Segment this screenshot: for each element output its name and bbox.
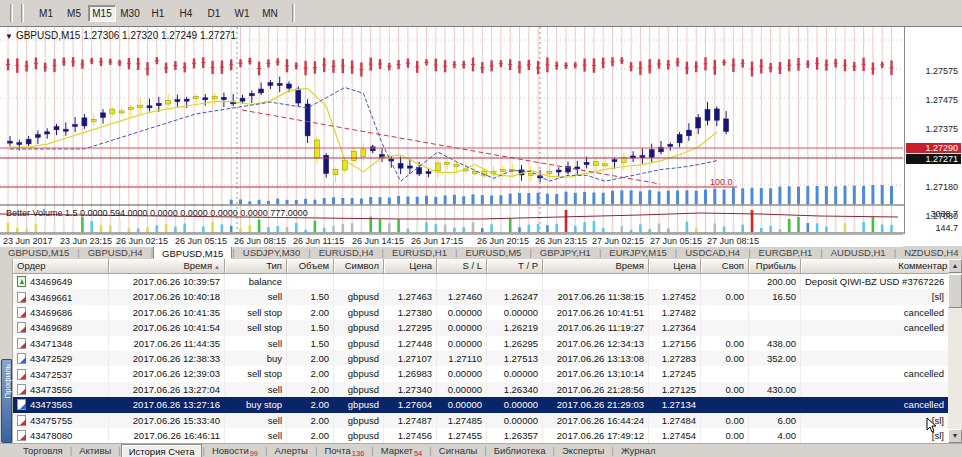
cell-symbol: gbpusd (334, 397, 384, 412)
history-row[interactable]: 434725372017.06.26 12:39:03sell stop2.00… (13, 366, 948, 381)
cell-swap (701, 320, 749, 335)
buy-order-icon (17, 353, 26, 364)
cell-swap: 0.00 (701, 382, 749, 397)
column-header-price[interactable]: Цена (384, 259, 437, 274)
cell-symbol: gbpusd (334, 382, 384, 397)
chart-tab-eurusd-h4[interactable]: EURUSD,H4 (311, 246, 382, 259)
scroll-down-icon[interactable]: ▼ (948, 429, 962, 443)
cell-open_price: 1.27295 (384, 320, 437, 335)
cell-volume (287, 274, 334, 289)
column-header-comment[interactable]: Комментарий (801, 259, 962, 274)
tab-маркет[interactable]: Маркет54 (374, 444, 430, 457)
history-row[interactable]: 434735562017.06.26 13:27:04sell2.00gbpus… (13, 382, 948, 397)
column-header-sym[interactable]: Символ (334, 259, 384, 274)
bid-price-label: 1.27271 (906, 154, 961, 164)
history-table-body: 434696492017.06.26 10:39:57balance200.00… (13, 274, 948, 443)
sell-order-icon (17, 384, 26, 395)
history-row[interactable]: 434757552017.06.26 15:33:40sell2.00gbpus… (13, 413, 948, 428)
chart-tab-eurusd-m5[interactable]: EURUSD,M5 (457, 246, 529, 259)
tab-почта[interactable]: Почта136 (317, 444, 371, 457)
chart-tab-gbpusd-m15[interactable]: GBPUSD,M15 (153, 246, 232, 259)
column-header-type[interactable]: Тип (225, 259, 287, 274)
chart-tab-eurjpy-m15[interactable]: EURJPY,M15 (601, 246, 674, 259)
column-header-swap[interactable]: Своп (701, 259, 749, 274)
chart-tab-usdjpy-m30[interactable]: USDJPY,M30 (235, 246, 308, 259)
tab-журнал[interactable]: Журнал (614, 444, 663, 457)
cell-volume: 2.00 (287, 413, 334, 428)
timeframe-button-d1[interactable]: D1 (200, 5, 228, 22)
timeframe-button-m5[interactable]: M5 (60, 5, 88, 22)
tab-история-счета[interactable]: История Счета (121, 444, 203, 457)
chart-tab-nzdusd-h4[interactable]: NZDUSD,H4 (896, 246, 962, 259)
tab-алерты[interactable]: Алерты (268, 444, 315, 457)
cell-close_price: 1.27156 (649, 336, 701, 351)
timeframe-button-mn[interactable]: MN (256, 5, 284, 22)
chart-tab-gbpjpy-h1[interactable]: GBPJPY,H1 (532, 246, 599, 259)
cell-profit (749, 397, 801, 412)
history-row[interactable]: 434725292017.06.26 12:38:33buy2.00gbpusd… (13, 351, 948, 366)
chart-tab-audusd-h1[interactable]: AUDUSD,H1 (823, 246, 894, 259)
table-scrollbar[interactable]: ▲ ▼ (948, 259, 962, 443)
timeframe-button-m1[interactable]: M1 (32, 5, 60, 22)
tab-сигналы[interactable]: Сигналы (432, 444, 485, 457)
tab-библиотека[interactable]: Библиотека (487, 444, 553, 457)
terminal-tab-bar: Торговля|Активы|История Счета|Новости99|… (0, 443, 962, 457)
timeframe-button-m15[interactable]: M15 (88, 5, 116, 22)
column-header-order[interactable]: Ордер (13, 259, 109, 274)
cell-symbol: gbpusd (334, 320, 384, 335)
cell-type: buy stop (225, 397, 287, 412)
price-axis-label: 1.27375 (925, 124, 958, 134)
sell-order-icon (17, 322, 26, 333)
chart-tab-usdcad-h4[interactable]: USDCAD,H4 (677, 246, 748, 259)
column-header-sl[interactable]: S / L (437, 259, 487, 274)
cell-swap: 0.00 (701, 289, 749, 304)
cell-sl: 1.27460 (437, 289, 487, 304)
cell-tp: 0.00000 (487, 366, 543, 381)
cell-open_time: 2017.06.26 10:39:57 (109, 274, 225, 289)
price-chart[interactable]: ▼GBPUSD,M15 1.27306 1.27320 1.27249 1.27… (0, 26, 962, 246)
cell-close_time: 2017.06.26 21:28:56 (543, 382, 649, 397)
history-row[interactable]: 434780802017.06.26 16:46:11sell2.00gbpus… (13, 428, 948, 443)
scroll-up-icon[interactable]: ▲ (948, 259, 962, 273)
cell-order: 43469686 (13, 305, 109, 320)
time-axis[interactable]: 23 Jun 201723 Jun 23:1526 Jun 02:1526 Ju… (0, 234, 903, 247)
tab-эксперты[interactable]: Эксперты (555, 444, 612, 457)
column-header-cprice[interactable]: Цена (649, 259, 701, 274)
chart-tab-gbpusd-m15[interactable]: GBPUSD,M15 (0, 246, 77, 259)
cell-volume: 1.50 (287, 320, 334, 335)
cell-close_price: 1.27484 (649, 413, 701, 428)
cell-order: 43478080 (13, 428, 109, 443)
cell-order: 43472529 (13, 351, 109, 366)
chart-tab-eurusd-h1[interactable]: EURUSD,H1 (384, 246, 455, 259)
chart-menu-arrow-icon[interactable]: ▼ (5, 32, 13, 41)
history-row[interactable]: 434696612017.06.26 10:40:18sell1.50gbpus… (13, 289, 948, 304)
column-header-vol[interactable]: Объем (287, 259, 334, 274)
timeframe-button-w1[interactable]: W1 (228, 5, 256, 22)
column-header-tp[interactable]: T / P (487, 259, 543, 274)
tab-новости[interactable]: Новости99 (205, 444, 265, 457)
price-axis[interactable]: 1.27290 1.27271 1.275751.274751.273751.2… (904, 27, 962, 234)
column-header-profit[interactable]: Прибыль (749, 259, 801, 274)
cell-open_price (384, 274, 437, 289)
history-row[interactable]: 434713482017.06.26 11:44:35sell1.50gbpus… (13, 336, 948, 351)
column-header-ctime[interactable]: Время (543, 259, 649, 274)
history-row[interactable]: 434696892017.06.26 10:41:54sell stop1.50… (13, 320, 948, 335)
tab-badge: 136 (352, 449, 365, 457)
history-row[interactable]: 434735632017.06.26 13:27:16buy stop2.00g… (13, 397, 948, 412)
profile-side-tab[interactable]: Профиль (1, 359, 12, 443)
cell-tp (487, 274, 543, 289)
tab-торговля[interactable]: Торговля (16, 444, 70, 457)
scrollbar-thumb[interactable] (948, 274, 962, 308)
chart-tab-gbpusd-h4[interactable]: GBPUSD,H4 (80, 246, 151, 259)
timeframe-button-h4[interactable]: H4 (172, 5, 200, 22)
timeframe-button-m30[interactable]: M30 (116, 5, 144, 22)
history-row[interactable]: 434696862017.06.26 10:41:35sell stop2.00… (13, 305, 948, 320)
timeframe-button-h1[interactable]: H1 (144, 5, 172, 22)
tab-активы[interactable]: Активы (72, 444, 118, 457)
cell-sl: 0.00000 (437, 397, 487, 412)
column-header-otime[interactable]: Время▲ (109, 259, 225, 274)
order-number: 43469649 (30, 274, 72, 289)
chart-tab-eurgbp-h1[interactable]: EURGBP,H1 (751, 246, 821, 259)
cell-volume: 2.00 (287, 351, 334, 366)
history-row[interactable]: 434696492017.06.26 10:39:57balance200.00… (13, 274, 948, 289)
